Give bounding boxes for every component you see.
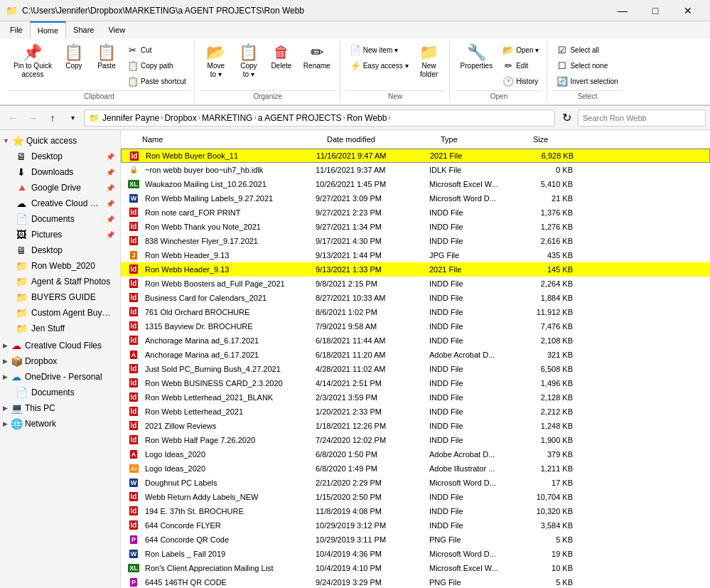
table-row[interactable]: Id 1315 Bayview Dr. BROCHURE 7/9/2021 9:… [121, 319, 710, 333]
tab-view[interactable]: View [101, 21, 132, 38]
table-row[interactable]: Id 644 Concorde FLYER 10/29/2019 3:12 PM… [121, 518, 710, 533]
sidebar-item-downloads[interactable]: ⬇ Downloads 📌 [0, 164, 120, 180]
sidebar-item-pictures[interactable]: 🖼 Pictures 📌 [0, 227, 120, 242]
table-row[interactable]: Id Business Card for Calendars_2021 8/27… [121, 291, 710, 305]
sidebar-item-agent-staff[interactable]: 📁 Agent & Staff Photos [0, 274, 120, 289]
col-header-size[interactable]: Size [530, 130, 587, 148]
back-button[interactable]: ← [4, 109, 21, 127]
table-row[interactable]: A Logo Ideas_2020 6/8/2020 1:50 PM Adobe… [121, 447, 710, 461]
breadcrumb-ron-webb[interactable]: Ron Webb [347, 113, 387, 123]
table-row[interactable]: Id Just Sold PC_Burning Bush_4.27.2021 4… [121, 362, 710, 376]
sidebar-item-cc-files[interactable]: ☁ Creative Cloud Files 📌 [0, 196, 120, 211]
select-none-button[interactable]: ☐ Select none [553, 58, 621, 73]
this-pc-header[interactable]: ▶ 💻 This PC [0, 400, 120, 416]
rename-button[interactable]: ✏ Rename [298, 43, 335, 88]
table-row[interactable]: Id Ron note card_FOR PRINT 9/27/2021 2:2… [121, 205, 710, 220]
select-all-button[interactable]: ☑ Select all [553, 43, 621, 58]
creative-cloud-header[interactable]: ▶ ☁ Creative Cloud Files [0, 338, 120, 353]
table-row[interactable]: Id Ron Webb Thank you Note_2021 9/27/202… [121, 220, 710, 234]
dropbox-header[interactable]: ▶ 📦 Dropbox [0, 353, 120, 369]
copy-button[interactable]: 📋 Copy [58, 43, 90, 88]
table-row[interactable]: Id Ron Webb BUSINESS CARD_2.3.2020 4/14/… [121, 376, 710, 390]
table-row[interactable]: Ai Logo Ideas_2020 6/8/2020 1:49 PM Adob… [121, 461, 710, 476]
breadcrumb-bar[interactable]: 📁 Jennifer Payne › Dropbox › MARKETING ›… [84, 109, 555, 127]
sidebar-item-desktop[interactable]: 🖥 Desktop 📌 [0, 149, 120, 164]
table-row[interactable]: Id 838 Winchester Flyer_9.17.2021 9/17/2… [121, 234, 710, 248]
sidebar-item-custom-agent[interactable]: 📁 Custom Agent Buyers ( [0, 305, 120, 321]
cut-button[interactable]: ✂ Cut [124, 43, 190, 58]
tab-home[interactable]: Home [30, 21, 66, 38]
sidebar-item-documents[interactable]: 📄 Documents 📌 [0, 211, 120, 227]
easy-access-button[interactable]: ⚡ Easy access ▾ [346, 58, 412, 73]
tab-file[interactable]: File [3, 21, 30, 38]
file-type: Adobe Acrobat D... [426, 450, 519, 459]
paste-shortcut-button[interactable]: 📋 Paste shortcut [124, 74, 190, 89]
sidebar-item-google-drive[interactable]: 🔺 Google Drive 📌 [0, 180, 120, 196]
history-button[interactable]: 🕐 History [499, 74, 542, 89]
recent-button[interactable]: ▾ [64, 109, 81, 127]
downloads-label: Downloads [31, 167, 100, 177]
table-row[interactable]: J Ron Webb Header_9.13 9/13/2021 1:44 PM… [121, 248, 710, 262]
table-row[interactable]: Id Ron Webb Header_9.13 9/13/2021 1:33 P… [121, 262, 710, 277]
copy-path-button[interactable]: 📋 Copy path [124, 58, 190, 73]
table-row[interactable]: P 6445 146TH QR CODE 9/24/2019 3:29 PM P… [121, 575, 710, 588]
table-row[interactable]: Id Ron Webb Letterhead_2021 1/20/2021 2:… [121, 405, 710, 419]
col-header-name[interactable]: Name [139, 130, 324, 148]
table-row[interactable]: Id 194 E. 37th St. BROCHURE 11/8/2019 4:… [121, 504, 710, 518]
table-row[interactable]: W Ron Labels _ Fall 2019 10/4/2019 4:36 … [121, 547, 710, 561]
edit-button[interactable]: ✏ Edit [499, 58, 542, 73]
sidebar-item-buyers-guide[interactable]: 📁 BUYERS GUIDE [0, 289, 120, 305]
copy-to-button[interactable]: 📋 Copyto ▾ [233, 43, 264, 88]
pin-to-quick-access-button[interactable]: 📌 Pin to Quickaccess [9, 43, 57, 88]
table-row[interactable]: Id Anchorage Marina ad_6.17.2021 6/18/20… [121, 333, 710, 348]
table-row[interactable]: A Anchorage Marina ad_6.17.2021 6/18/202… [121, 348, 710, 362]
table-row[interactable]: Id Ron Webb Buyer Book_11 11/16/2021 9:4… [121, 149, 710, 163]
file-name-cell: Id Business Card for Calendars_2021 [128, 292, 313, 304]
network-header[interactable]: ▶ 🌐 Network [0, 416, 120, 432]
table-row[interactable]: W Ron Webb Mailing Labels_9.27.2021 9/27… [121, 191, 710, 205]
move-to-button[interactable]: 📂 Moveto ▾ [200, 43, 232, 88]
new-item-button[interactable]: 📄 New item ▾ [346, 43, 412, 58]
sidebar-item-documents-od[interactable]: 📄 Documents [0, 385, 120, 400]
close-button[interactable]: ✕ [672, 0, 704, 21]
forward-button[interactable]: → [24, 109, 41, 127]
breadcrumb-agent-projects[interactable]: a AGENT PROJECTS [258, 113, 342, 123]
onedrive-header[interactable]: ▶ ☁ OneDrive - Personal [0, 369, 120, 385]
breadcrumb-marketing[interactable]: MARKETING [202, 113, 252, 123]
col-header-date[interactable]: Date modified [324, 130, 438, 148]
breadcrumb-jennifer[interactable]: Jennifer Payne [102, 113, 159, 123]
paste-button[interactable]: 📋 Paste [91, 43, 122, 88]
new-folder-button[interactable]: 📁 Newfolder [414, 43, 445, 88]
minimize-button[interactable]: — [606, 0, 639, 21]
sidebar-item-jen-stuff[interactable]: 📁 Jen Stuff [0, 321, 120, 336]
table-row[interactable]: XL Waukazoo Mailing List_10.26.2021 10/2… [121, 177, 710, 191]
table-row[interactable]: Id 2021 Zillow Reviews 1/18/2021 12:26 P… [121, 419, 710, 433]
easy-access-icon: ⚡ [350, 60, 361, 71]
file-size: 5 KB [519, 578, 576, 587]
properties-button[interactable]: 🔧 Properties [456, 43, 498, 88]
col-header-type[interactable]: Type [438, 130, 530, 148]
up-button[interactable]: ↑ [44, 109, 61, 127]
table-row[interactable]: P 644 Concorde QR Code 10/29/2019 3:11 P… [121, 533, 710, 547]
refresh-button[interactable]: ↻ [558, 109, 575, 127]
quick-access-header[interactable]: ▼ ⭐ Quick access [0, 133, 120, 149]
table-row[interactable]: Id Webb Return Addy Labels_NEW 1/15/2020… [121, 490, 710, 504]
delete-button[interactable]: 🗑 Delete [266, 43, 297, 88]
table-row[interactable]: Id Ron Webb Boosters ad_Full Page_2021 9… [121, 277, 710, 291]
sidebar-item-desktop2[interactable]: 🖥 Desktop [0, 242, 120, 258]
maximize-button[interactable]: □ [639, 0, 672, 21]
table-row[interactable]: 🔒 ~ron webb buyer boo~uh7_hb.idlk 11/16/… [121, 163, 710, 177]
tab-share[interactable]: Share [66, 21, 101, 38]
table-row[interactable]: Id Ron Webb Half Page 7.26.2020 7/24/202… [121, 433, 710, 447]
table-row[interactable]: Id Ron Webb Letterhead_2021_BLANK 2/3/20… [121, 390, 710, 405]
sidebar-item-ron-webb-2020[interactable]: 📁 Ron Webb_2020 [0, 258, 120, 274]
invert-selection-button[interactable]: 🔄 Invert selection [553, 74, 621, 89]
file-type: INDD File [426, 507, 519, 515]
open-button[interactable]: 📂 Open ▾ [499, 43, 542, 58]
table-row[interactable]: W Doughnut PC Labels 2/21/2020 2:29 PM M… [121, 476, 710, 490]
table-row[interactable]: Id 761 Old Orchard BROCHURE 8/6/2021 1:0… [121, 305, 710, 319]
file-type: INDD File [426, 379, 519, 387]
search-input[interactable] [578, 109, 706, 127]
table-row[interactable]: XL Ron's Client Appreciation Mailing Lis… [121, 561, 710, 575]
breadcrumb-dropbox[interactable]: Dropbox [164, 113, 196, 123]
